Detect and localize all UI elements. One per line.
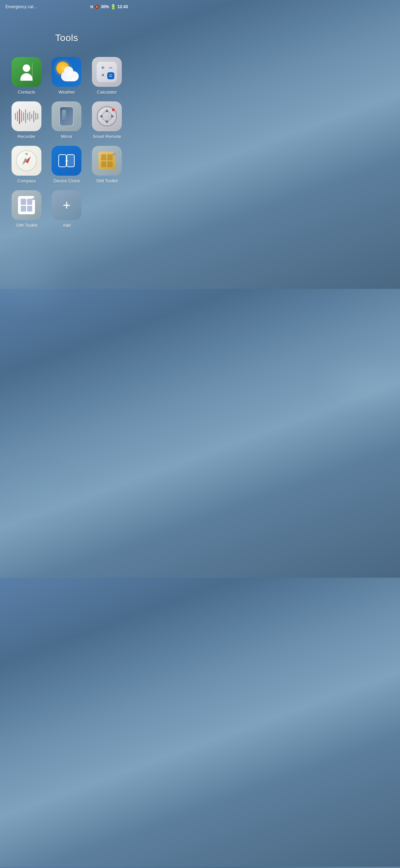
sim-chip2-3 [21,206,26,212]
remote-circle [97,106,117,126]
time-display: 12:43 [117,4,128,9]
sim-card-2 [18,196,35,214]
weather-icon [52,57,81,87]
waveform-bar-9 [31,114,32,119]
app-item-contacts[interactable]: Contacts [8,57,45,95]
sim-chip-4 [107,161,113,167]
remote-arrow-up [105,109,109,112]
sim-chip2-4 [27,206,33,212]
add-label: Add [63,223,71,228]
status-bar: Emergency cal... N 🔕 30% 🔋 12:43 [0,0,133,12]
app-item-sim-toolkit-2[interactable]: SIM Toolkit [8,190,45,228]
waveform-bar-8 [29,112,30,121]
smart-remote-icon [92,101,122,131]
page-title: Tools [0,33,133,43]
compass-label: Compass [17,178,36,183]
contacts-label: Contacts [18,90,35,95]
bg-decoration-1 [0,260,61,289]
app-item-mirror[interactable]: Mirror [48,101,85,139]
waveform-bar-2 [17,111,18,121]
contacts-icon [12,57,41,87]
waveform-bar-4 [21,111,22,122]
mute-icon: 🔕 [94,4,99,9]
app-item-add[interactable]: + Add [48,190,85,228]
recorder-waveform [15,104,38,128]
compass-face: N [16,150,37,171]
calc-plus-symbol: + [99,64,107,72]
waveform-bar-1 [15,113,16,120]
mirror-shine [62,110,66,120]
app-item-sim-toolkit-1[interactable]: SIM Toolkit [89,146,125,183]
waveform-bar-12 [37,113,38,119]
emergency-call-text: Emergency cal... [5,4,37,9]
weather-cloud [61,71,79,81]
mirror-icon [52,101,81,131]
clone-phone-target [66,154,75,167]
compass-icon: N [12,146,41,176]
calculator-label: Calculator [97,90,117,95]
weather-label: Weather [58,90,75,95]
contacts-line [32,63,33,81]
calculator-icon: + − × = [92,57,122,87]
app-item-calculator[interactable]: + − × = Calculator [89,57,125,95]
calc-equals-symbol: = [107,72,114,79]
remote-arrow-right [111,115,114,118]
status-right: N 🔕 30% 🔋 12:43 [90,4,128,9]
app-item-weather[interactable]: Weather [48,57,85,95]
remote-arrow-down [105,121,109,123]
sim-toolkit-2-icon [12,190,41,220]
calc-times-symbol: × [99,72,107,78]
waveform-bar-10 [33,111,34,122]
device-clone-icon: → [52,146,81,176]
app-item-smart-remote[interactable]: Smart Remote [89,101,125,139]
sim-toolkit-1-label: SIM Toolkit [96,178,117,183]
sim-cut-corner [111,152,115,156]
smart-remote-label: Smart Remote [93,134,121,139]
device-clone-label: Device Clone [54,178,80,183]
app-grid: Contacts Weather + − × = Calculator [0,57,133,228]
contacts-figure [18,63,35,81]
compass-north-label: N [25,152,28,156]
waveform-bar-11 [35,113,36,120]
sim-chip2-1 [21,199,26,205]
remote-arrow-left [100,115,102,118]
sim-toolkit-2-label: SIM Toolkit [16,223,37,228]
waveform-bar-5 [23,112,24,121]
mirror-label: Mirror [61,134,73,139]
calc-body: + − × = [97,62,117,82]
recorder-icon [12,101,41,131]
waveform-bar-3 [19,109,20,124]
remote-center-button [102,111,112,121]
sim-chip-1 [101,154,107,160]
nfc-icon: N [90,5,93,9]
battery-text: 30% [101,4,109,9]
app-item-recorder[interactable]: Recorder [8,101,45,139]
battery-icon: 🔋 [110,4,116,9]
mirror-screen [59,106,74,126]
remote-indicator-dot [112,108,115,111]
clone-phones-graphic: → [56,150,77,172]
add-icon: + [52,190,81,220]
calc-minus-symbol: − [107,64,114,72]
waveform-bar-6 [25,110,26,123]
sim-card-1 [98,152,115,170]
waveform-bar-7 [27,113,28,120]
contacts-head [23,64,30,72]
recorder-label: Recorder [17,134,35,139]
contacts-body [20,73,33,81]
add-plus-symbol: + [63,198,71,212]
sim-chip-3 [101,161,107,167]
app-item-compass[interactable]: N Compass [8,146,45,183]
sim-toolkit-1-icon [92,146,122,176]
app-item-device-clone[interactable]: → Device Clone [48,146,85,183]
sim-cut2-corner [31,196,35,200]
